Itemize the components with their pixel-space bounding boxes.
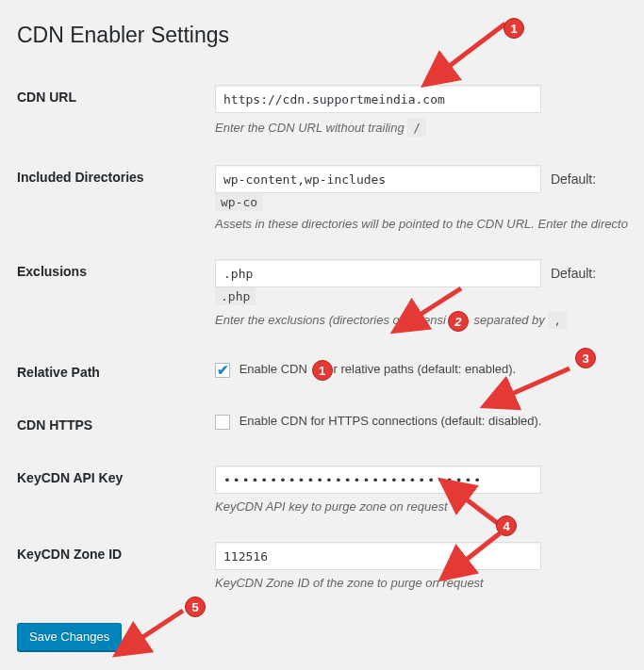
exclusions-label: Exclusions: [17, 245, 206, 346]
included-dirs-default-code: wp-co: [215, 193, 263, 211]
callout-badge: 2: [448, 311, 469, 332]
api-key-label: KeyCDN API Key: [17, 451, 206, 528]
included-dirs-label: Included Directories: [17, 151, 206, 245]
exclusions-default-code: .php: [215, 287, 256, 305]
cdn-https-checkbox[interactable]: [215, 415, 230, 430]
cdn-url-input[interactable]: [215, 85, 541, 113]
zone-id-help: KeyCDN Zone ID of the zone to purge on r…: [215, 576, 635, 590]
zone-id-label: KeyCDN Zone ID: [17, 528, 206, 604]
callout-badge: 1: [312, 360, 333, 381]
cdn-https-checkbox-label: Enable CDN for HTTPS connections (defaul…: [215, 414, 541, 428]
exclusions-default-label: Default:: [551, 266, 596, 281]
svg-line-11: [136, 611, 183, 642]
cdn-url-label: CDN URL: [17, 71, 206, 151]
exclusions-input[interactable]: [215, 259, 541, 287]
cdn-https-label: CDN HTTPS: [17, 399, 206, 451]
exclusions-help: Enter the exclusions (directories or ext…: [215, 311, 635, 332]
api-key-input[interactable]: [215, 466, 541, 494]
included-dirs-default-label: Default:: [551, 172, 596, 187]
page-title: CDN Enabler Settings: [17, 14, 644, 52]
callout-badge: 4: [496, 515, 517, 536]
included-dirs-input[interactable]: [215, 165, 541, 193]
save-button[interactable]: Save Changes: [17, 623, 122, 651]
included-dirs-help: Assets in these directories will be poin…: [215, 217, 635, 231]
callout-badge: 1: [504, 18, 524, 39]
relative-path-label: Relative Path: [17, 346, 206, 399]
relative-path-checkbox-label: Enable CDN 1r relative paths (default: e…: [215, 362, 516, 376]
callout-badge: 3: [575, 348, 596, 368]
relative-path-checkbox[interactable]: [215, 363, 230, 378]
api-key-help: KeyCDN API key to purge zone on request: [215, 499, 635, 514]
zone-id-input[interactable]: [215, 542, 541, 570]
callout-badge: 5: [185, 596, 206, 617]
cdn-url-help: Enter the CDN URL without trailing /: [215, 119, 635, 137]
